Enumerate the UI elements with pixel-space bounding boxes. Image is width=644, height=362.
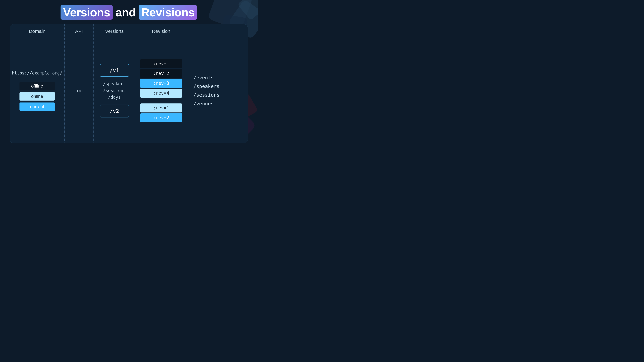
title-revisions: Revisions [138, 5, 197, 20]
title-versions: Versions [60, 5, 113, 20]
header-domain: Domain [10, 24, 64, 38]
page-title: Versions and Revisions [60, 5, 197, 20]
title-and: and [116, 6, 136, 19]
col-api: foo [64, 38, 94, 143]
header-extra [187, 24, 248, 38]
rev-group-v2: ;rev=1 ;rev=2 [140, 103, 182, 122]
legend-online: online [20, 92, 55, 100]
rev-v1-4: ;rev=4 [140, 89, 182, 98]
legend-offline: offline [20, 82, 55, 90]
col-revision: ;rev=1 ;rev=2 ;rev=3 ;rev=4 ;rev=1 ;rev=… [136, 38, 187, 143]
domain-url: https://example.org/ [12, 71, 62, 75]
rev-v2-2: ;rev=2 [140, 113, 182, 122]
legend-area: offline online current [20, 82, 55, 111]
legend-current: current [20, 102, 55, 111]
api-label: foo [75, 88, 82, 94]
header-versions: Versions [94, 24, 136, 38]
table-header: Domain API Versions Revision [10, 24, 248, 38]
svg-rect-3 [237, 0, 258, 20]
rev-v1-3: ;rev=3 [140, 79, 182, 88]
col-extra: /events/speakers/sessions/venues [187, 38, 248, 143]
version-v1-paths: /speakers/sessions/days [103, 81, 126, 101]
version-v1-box: /v1 [100, 64, 129, 77]
rev-v2-1: ;rev=1 [140, 103, 182, 112]
main-table: Domain API Versions Revision https://exa… [10, 24, 248, 143]
rev-v1-1: ;rev=1 [140, 59, 182, 68]
header-api: API [64, 24, 94, 38]
col-versions: /v1 /speakers/sessions/days /v2 [94, 38, 136, 143]
col-domain: https://example.org/ offline online curr… [10, 38, 64, 143]
header-revision: Revision [136, 24, 187, 38]
rev-v1-2: ;rev=2 [140, 69, 182, 78]
rev-group-v1: ;rev=1 ;rev=2 ;rev=3 ;rev=4 [140, 59, 182, 98]
table-body: https://example.org/ offline online curr… [10, 38, 248, 143]
version-v2-box: /v2 [100, 105, 129, 117]
extra-paths: /events/speakers/sessions/venues [193, 73, 220, 108]
